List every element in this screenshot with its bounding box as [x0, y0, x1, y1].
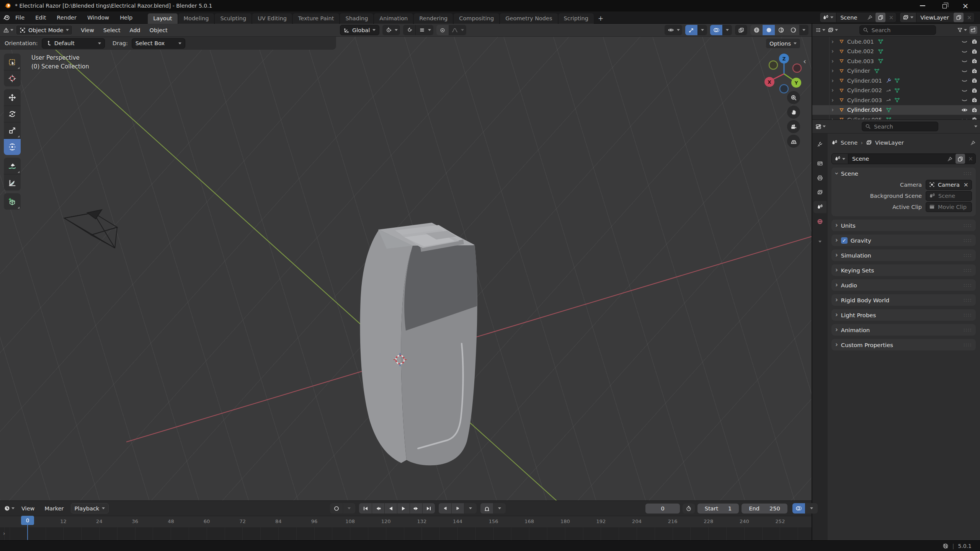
tab-rendering[interactable]: Rendering — [414, 13, 453, 24]
disclosure-icon[interactable]: › — [831, 58, 836, 65]
active-clip-field[interactable]: Movie Clip — [926, 202, 972, 212]
panel-header[interactable]: ›Units:::: — [835, 220, 972, 231]
object-name[interactable]: Cylinder.005 — [847, 117, 882, 119]
timeline-editor-type[interactable] — [4, 505, 15, 512]
outliner-item-cylinder.002[interactable]: ›Cylinder.002 — [812, 86, 980, 96]
pan-button[interactable] — [787, 106, 800, 119]
background-scene-field[interactable]: Scene — [926, 191, 972, 201]
snap-settings[interactable] — [416, 25, 428, 35]
eye-closed-icon[interactable] — [961, 48, 968, 55]
object-name[interactable]: Cube.003 — [847, 58, 874, 64]
outliner-item-cylinder[interactable]: ›Cylinder — [812, 66, 980, 76]
eye-open-icon[interactable] — [961, 107, 968, 113]
clear-field-button[interactable]: × — [964, 181, 969, 188]
viewport-3d[interactable]: User Perspective (0) Scene Collection Z … — [0, 37, 812, 500]
viewport-menu-view[interactable]: View — [77, 26, 98, 35]
outliner-item-cylinder.004[interactable]: ›Cylinder.004 — [812, 105, 980, 115]
panel-grip[interactable]: :::: — [964, 342, 972, 347]
render-visibility-icon[interactable] — [972, 49, 977, 54]
object-name[interactable]: Cylinder.002 — [847, 87, 882, 93]
panel-header[interactable]: ›Rigid Body World:::: — [835, 294, 972, 306]
loop-dropdown[interactable] — [493, 503, 506, 514]
frame-step-dropdown[interactable] — [464, 503, 477, 514]
start-frame-field[interactable]: Start1 — [697, 504, 739, 514]
properties-tab-tool[interactable] — [813, 138, 826, 150]
properties-options-button[interactable] — [974, 126, 977, 127]
disclosure-icon[interactable]: › — [831, 48, 836, 55]
disclosure-icon[interactable]: › — [831, 106, 836, 113]
gravity-checkbox[interactable]: ✓ — [841, 237, 848, 244]
pin-scene-button[interactable] — [865, 13, 875, 22]
viewport-menu-object[interactable]: Object — [145, 26, 172, 35]
shading-wireframe-button[interactable] — [750, 25, 763, 35]
render-visibility-icon[interactable] — [972, 58, 977, 64]
properties-search-input[interactable]: Search — [862, 122, 938, 131]
properties-tab-view-layer[interactable] — [813, 186, 826, 199]
delete-scene-button[interactable]: × — [886, 13, 896, 22]
properties-tab-output[interactable] — [813, 172, 826, 184]
next-keyframe-button[interactable] — [410, 503, 422, 514]
restore-button[interactable] — [933, 0, 955, 11]
pivot-dropdown[interactable] — [382, 25, 400, 35]
orientation-dropdown[interactable]: Default — [42, 38, 105, 49]
viewport-menu-select[interactable]: Select — [99, 26, 125, 35]
panel-grip[interactable]: :::: — [964, 297, 972, 303]
panel-grip[interactable]: :::: — [964, 253, 972, 258]
pin-id-icon[interactable] — [970, 140, 976, 146]
render-visibility-icon[interactable] — [972, 39, 977, 44]
add-workspace-button[interactable]: + — [595, 13, 607, 24]
camera-field[interactable]: Camera× — [926, 180, 972, 190]
panel-header[interactable]: ›✓Gravity:::: — [835, 235, 972, 246]
playback-menu[interactable]: Playback — [71, 503, 109, 514]
panel-header[interactable]: ›Light Probes:::: — [835, 309, 972, 321]
falloff-dropdown[interactable] — [449, 25, 461, 35]
disclosure-icon[interactable]: › — [831, 67, 836, 74]
outliner-item-cube.002[interactable]: ›Cube.002 — [812, 47, 980, 57]
tab-geometry-nodes[interactable]: Geometry Nodes — [500, 13, 557, 24]
viewport-menu-add[interactable]: Add — [126, 26, 145, 35]
eye-closed-icon[interactable] — [961, 38, 968, 45]
disclosure-icon[interactable]: › — [831, 38, 836, 45]
jump-to-start-button[interactable] — [359, 503, 372, 514]
properties-tab-world[interactable] — [813, 215, 826, 228]
frame-forward-button[interactable] — [451, 503, 464, 514]
render-visibility-icon[interactable] — [972, 88, 977, 93]
object-name[interactable]: Cylinder.004 — [847, 107, 882, 113]
eye-closed-icon[interactable] — [961, 116, 968, 119]
timeline-ruler[interactable]: 0122436486072849610812013214415616818019… — [0, 516, 812, 527]
gizmos-toggle[interactable] — [685, 25, 697, 35]
editor-type-button[interactable] — [3, 27, 13, 33]
outliner-editor-type[interactable] — [815, 27, 825, 33]
visibility-dropdown[interactable] — [665, 25, 677, 35]
object-name[interactable]: Cube.001 — [847, 39, 874, 45]
prev-keyframe-button[interactable] — [372, 503, 384, 514]
render-visibility-icon[interactable] — [972, 68, 977, 74]
shading-solid-button[interactable] — [763, 25, 775, 35]
render-visibility-icon[interactable] — [972, 117, 977, 119]
outliner-item-cylinder.005[interactable]: ›Cylinder.005 — [812, 115, 980, 119]
tab-uv-editing[interactable]: UV Editing — [252, 13, 292, 24]
transform-tool-button[interactable] — [4, 139, 21, 155]
properties-tabs-overflow[interactable] — [813, 235, 826, 248]
panel-grip[interactable]: :::: — [964, 282, 972, 288]
tab-compositing[interactable]: Compositing — [454, 13, 499, 24]
sidebar-collapse-arrow[interactable]: ‹ — [803, 57, 806, 66]
outliner-filter-button[interactable] — [957, 27, 967, 33]
render-visibility-icon[interactable] — [972, 78, 977, 83]
camera-view-button[interactable] — [787, 120, 800, 133]
properties-tab-render[interactable] — [813, 157, 826, 170]
add-cube-tool-button[interactable] — [4, 193, 21, 210]
rotate-tool-button[interactable] — [4, 106, 21, 122]
outliner-item-cube.003[interactable]: ›Cube.003 — [812, 56, 980, 66]
timeline-overlays-toggle[interactable] — [792, 503, 805, 514]
outliner-item-cylinder.003[interactable]: ›Cylinder.003 — [812, 95, 980, 105]
timeline-menu-view[interactable]: View — [17, 504, 39, 513]
disclosure-icon[interactable]: › — [831, 116, 836, 119]
jump-to-end-button[interactable] — [422, 503, 435, 514]
channel-expander[interactable]: › — [3, 530, 5, 536]
copy-datablock-button[interactable] — [956, 154, 965, 164]
eye-closed-icon[interactable] — [961, 77, 968, 84]
navigation-gizmo[interactable]: Z X Y — [764, 52, 804, 94]
render-visibility-icon[interactable] — [972, 97, 977, 103]
unlink-datablock-button[interactable]: × — [966, 154, 975, 164]
